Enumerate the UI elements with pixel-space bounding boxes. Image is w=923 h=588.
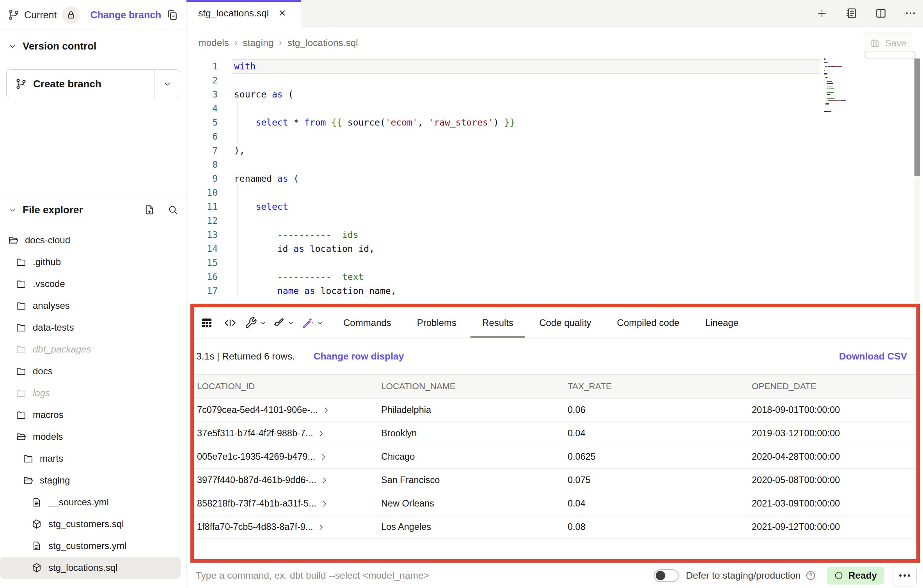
panel-tab-commands[interactable]: Commands: [343, 307, 391, 338]
scrollbar-thumb[interactable]: [914, 58, 920, 176]
results-table-header: LOCATION_IDLOCATION_NAMETAX_RATEOPENED_D…: [194, 374, 916, 398]
close-icon[interactable]: ✕: [278, 8, 286, 19]
ai-assist-menu-button[interactable]: [301, 316, 324, 329]
split-editor-button[interactable]: [875, 7, 887, 19]
cell-location_id: 858218fb-73f7-4b1b-a31f-5...: [194, 498, 378, 509]
ide-status-badge[interactable]: Ready: [827, 567, 884, 584]
folder-open-icon: [23, 475, 34, 486]
line-number: 1: [186, 59, 218, 73]
panel-tab-problems[interactable]: Problems: [417, 307, 456, 338]
expand-row-icon[interactable]: [319, 453, 328, 461]
cell-tax_rate: 0.0625: [564, 452, 749, 462]
folder-icon: [16, 409, 27, 420]
table-icon: [200, 316, 213, 329]
change-row-display-link[interactable]: Change row display: [314, 351, 404, 362]
tree-item-label: __sources.yml: [48, 497, 109, 508]
tree-item--sources-yml[interactable]: __sources.yml: [0, 491, 186, 513]
expand-row-icon[interactable]: [317, 523, 325, 531]
tree-item-staging[interactable]: staging: [0, 469, 186, 491]
defer-toggle[interactable]: [654, 569, 679, 582]
column-header-location_id: LOCATION_ID: [194, 381, 378, 391]
version-control-header[interactable]: Version control: [0, 36, 186, 56]
tree-item-stg-customers-yml[interactable]: stg_customers.yml: [0, 535, 186, 557]
status-circle-icon: [834, 571, 843, 580]
cell-location_id: 3977f440-b87d-461b-9dd6-...: [194, 475, 378, 485]
cell-tax_rate: 0.04: [564, 498, 749, 509]
minimap[interactable]: [824, 58, 882, 113]
command-input[interactable]: [196, 570, 654, 581]
breadcrumb-item[interactable]: staging: [243, 37, 273, 48]
table-row: 005e7e1c-1935-4269-b479...Chicago0.06252…: [194, 445, 916, 469]
tree-item--github[interactable]: .github: [0, 251, 186, 273]
tree-item-models[interactable]: models: [0, 426, 186, 448]
tree-item-macros[interactable]: macros: [0, 404, 186, 426]
tree-item-docs[interactable]: docs: [0, 360, 186, 382]
create-branch-button[interactable]: Create branch: [6, 69, 180, 98]
cell-tax_rate: 0.04: [564, 428, 749, 439]
folder-icon: [16, 388, 27, 398]
folder-icon: [16, 344, 27, 355]
breadcrumb-item[interactable]: stg_locations.sql: [288, 37, 358, 48]
branch-lock-badge: [62, 6, 80, 24]
cell-location_name: San Francisco: [378, 475, 564, 485]
tree-item-logs[interactable]: logs: [0, 382, 186, 404]
tree-item-docs-cloud[interactable]: docs-cloud: [0, 229, 186, 251]
help-icon[interactable]: [805, 570, 816, 581]
new-file-icon[interactable]: [144, 204, 155, 215]
line-number: 11: [186, 200, 218, 214]
expand-row-icon[interactable]: [320, 499, 329, 508]
panel-tab-results[interactable]: Results: [482, 307, 513, 338]
line-number: 9: [186, 172, 218, 186]
tab-label: stg_locations.sql: [198, 8, 269, 19]
code-line: ),: [234, 143, 245, 158]
tree-item-dbt-packages[interactable]: dbt_packages: [0, 338, 186, 360]
create-branch-dropdown[interactable]: [154, 70, 180, 98]
ready-label: Ready: [848, 570, 877, 581]
cell-location_id: 005e7e1c-1935-4269-b479...: [194, 452, 378, 462]
change-branch-link[interactable]: Change branch: [90, 9, 161, 21]
line-number: 14: [186, 242, 218, 256]
expand-row-icon[interactable]: [322, 406, 330, 414]
panel-tab-code-quality[interactable]: Code quality: [539, 307, 591, 338]
expand-row-icon[interactable]: [317, 429, 325, 438]
folder-icon: [16, 322, 27, 333]
preview-table-button[interactable]: [198, 314, 216, 332]
cell-location_name: Los Angeles: [378, 522, 564, 532]
tree-item-analyses[interactable]: analyses: [0, 295, 186, 317]
ellipsis-icon: [904, 7, 917, 19]
chevron-down-icon: [287, 319, 295, 327]
tree-item-stg-locations-sql[interactable]: stg_locations.sql: [0, 557, 181, 579]
file-explorer-header[interactable]: File explorer: [0, 200, 186, 220]
changelog-button[interactable]: [845, 7, 857, 19]
compile-code-button[interactable]: [221, 314, 239, 332]
code-line: name as location_name,: [234, 284, 396, 298]
expand-row-icon[interactable]: [320, 476, 329, 485]
model-icon: [31, 519, 42, 530]
tab-stg-locations-sql[interactable]: stg_locations.sql ✕: [186, 0, 301, 27]
tree-item-label: macros: [33, 409, 64, 420]
line-number: 15: [186, 256, 218, 270]
column-header-opened_date: OPENED_DATE: [749, 381, 916, 391]
line-number: 16: [186, 270, 218, 284]
tree-item--vscode[interactable]: .vscode: [0, 273, 186, 295]
panel-tab-lineage[interactable]: Lineage: [705, 307, 738, 338]
more-options-button[interactable]: [904, 7, 917, 19]
build-menu-button[interactable]: [245, 317, 267, 329]
code-line: select * from {{ source('ecom', 'raw_sto…: [234, 115, 515, 129]
folder-open-icon: [8, 235, 19, 246]
search-icon[interactable]: [167, 204, 178, 215]
new-tab-button[interactable]: [816, 7, 828, 19]
tree-item-stg-customers-sql[interactable]: stg_customers.sql: [0, 513, 186, 535]
chevron-down-icon: [259, 319, 267, 327]
cell-opened_date: 2020-05-08T00:00:00: [749, 475, 916, 485]
tree-item-data-tests[interactable]: data-tests: [0, 317, 186, 338]
copy-icon[interactable]: [166, 9, 178, 21]
panel-tab-compiled-code[interactable]: Compiled code: [617, 307, 680, 338]
status-more-button[interactable]: [893, 565, 917, 586]
breadcrumb-item[interactable]: models: [198, 37, 229, 48]
format-menu-button[interactable]: [273, 317, 295, 329]
download-csv-link[interactable]: Download CSV: [839, 351, 907, 362]
chevron-down-icon: [316, 319, 324, 327]
table-row: 858218fb-73f7-4b1b-a31f-5...New Orleans0…: [194, 492, 916, 515]
tree-item-marts[interactable]: marts: [0, 448, 186, 469]
